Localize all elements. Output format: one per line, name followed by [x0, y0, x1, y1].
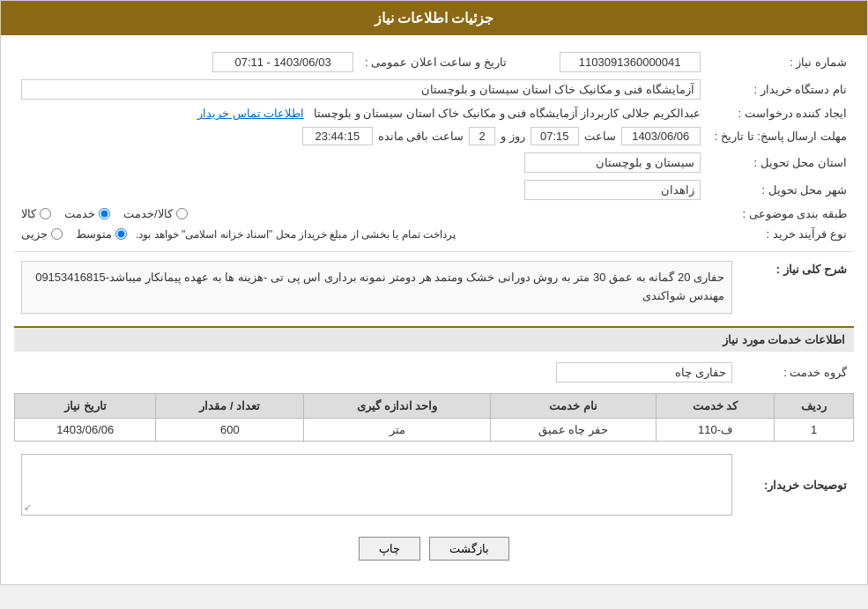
province-value: سیستان و بلوچستان [524, 152, 701, 173]
category-kala-khadmat-label: کالا/خدمت [123, 207, 173, 220]
category-label: طبقه بندی موضوعی : [708, 204, 854, 224]
cell-service-name: حفر چاه عمیق [490, 419, 656, 442]
cell-quantity: 600 [156, 419, 304, 442]
category-khadmat-label: خدمت [64, 207, 95, 220]
cell-service-code: ف-110 [656, 419, 774, 442]
buyer-org-label: نام دستگاه خریدار : [708, 76, 854, 103]
description-text: حفاری 20 گمانه به عمق 30 متر به روش دورا… [21, 261, 732, 314]
service-group-value: حفاری چاه [556, 362, 732, 382]
col-service-code: کد خدمت [656, 394, 774, 419]
process-motavasit-label: متوسط [76, 227, 112, 241]
buyer-org-value: آزمایشگاه فنی و مکانیک خاک استان سیستان … [21, 79, 701, 100]
city-label: شهر محل تحویل : [708, 176, 854, 204]
process-motavasit-input[interactable] [115, 228, 127, 240]
buyer-notes-label: توصیحات خریدار: [739, 450, 854, 519]
buyer-notes-box: ↙ [21, 454, 732, 516]
deadline-days: 2 [469, 127, 495, 145]
province-label: استان محل تحویل : [708, 149, 854, 176]
need-number-value: 1103091360000041 [560, 52, 701, 72]
col-row-num: ردیف [775, 394, 854, 419]
category-kala-input[interactable] [40, 208, 51, 219]
deadline-date: 1403/06/06 [621, 127, 701, 145]
deadline-remaining: 23:44:15 [302, 127, 373, 145]
table-row: 1 ف-110 حفر چاه عمیق متر 600 1403/06/06 [15, 419, 854, 442]
announce-value: 1403/06/03 - 07:11 [212, 52, 353, 72]
process-note: پرداخت تمام یا بخشی از مبلغ خریداز محل "… [136, 228, 456, 241]
service-group-label: گروه خدمت : [739, 359, 854, 386]
cell-row-num: 1 [775, 419, 854, 442]
deadline-remaining-label: ساعت باقی مانده [378, 130, 464, 143]
col-unit: واحد اندازه گیری [304, 394, 491, 419]
deadline-label: مهلت ارسال پاسخ: تا تاریخ : [708, 123, 854, 149]
process-jozi-input[interactable] [51, 228, 63, 240]
category-kala-khadmat-input[interactable] [176, 208, 188, 219]
col-service-name: نام خدمت [490, 394, 656, 419]
col-quantity: تعداد / مقدار [156, 394, 304, 419]
cell-date: 1403/06/06 [15, 419, 156, 442]
creator-name: عبدالکریم جلالی کاربرداز آزمایشگاه فنی و… [314, 107, 701, 120]
category-radio-khadmat: خدمت [64, 207, 110, 220]
category-radio-kala: کالا [21, 207, 51, 220]
category-radio-kala-khadmat: کالا/خدمت [123, 207, 188, 220]
need-number-label: شماره نیاز : [708, 48, 854, 76]
deadline-time-label: ساعت [584, 130, 616, 143]
buyer-notes-resize: ↙ [24, 501, 32, 513]
process-jozi-label: جزیی [21, 227, 48, 241]
category-kala-label: کالا [21, 207, 36, 220]
print-button[interactable]: چاپ [359, 537, 420, 561]
services-section-label: اطلاعات خدمات مورد نیاز [14, 326, 854, 352]
process-radio-jozi: جزیی [21, 227, 63, 241]
back-button[interactable]: بازگشت [429, 537, 509, 561]
deadline-day-label: روز و [501, 130, 525, 143]
page-header: جزئیات اطلاعات نیاز [1, 1, 867, 35]
description-label: شرح کلی نیاز : [739, 257, 854, 317]
city-value: زاهدان [524, 180, 701, 200]
process-radio-motavasit: متوسط [76, 227, 127, 241]
col-date: تاریخ نیاز [15, 394, 156, 419]
deadline-time: 07:15 [530, 127, 579, 145]
process-label: نوع فرآیند خرید : [708, 224, 854, 244]
category-khadmat-input[interactable] [99, 208, 110, 219]
cell-unit: متر [304, 419, 491, 442]
creator-label: ایجاد کننده درخواست : [708, 103, 854, 123]
contact-link[interactable]: اطلاعات تماس خریدار [197, 107, 304, 120]
announce-label: تاریخ و ساعت اعلان عمومی : [360, 48, 514, 76]
